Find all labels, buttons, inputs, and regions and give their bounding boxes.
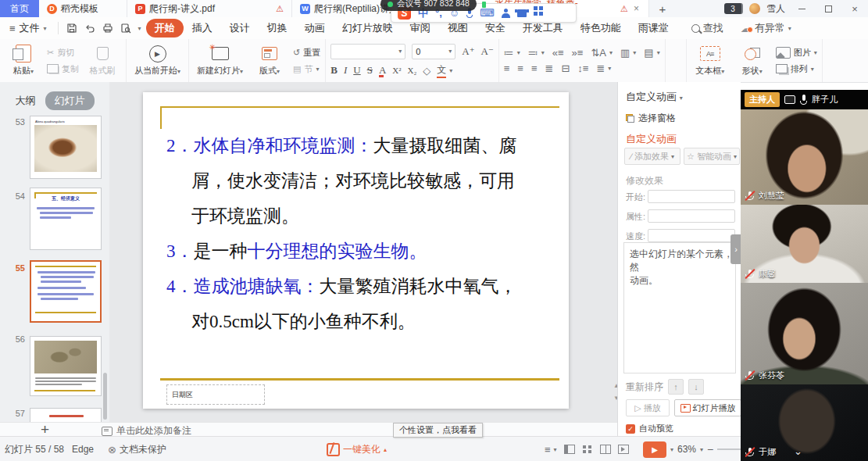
paragraph-spacing-button[interactable]: ≣▾	[596, 63, 611, 74]
ribbon-tab-design[interactable]: 设计	[221, 19, 259, 38]
close-tab-icon[interactable]: ×	[632, 3, 641, 14]
undo-icon[interactable]	[84, 23, 95, 34]
ribbon-tab-features[interactable]: 特色功能	[572, 19, 630, 38]
chevron-down-icon[interactable]: ▾	[138, 25, 141, 32]
pinyin-guide-button[interactable]: 文▾	[437, 63, 452, 78]
text-direction-button[interactable]: ⇅A▾	[591, 47, 613, 59]
document-protection-status[interactable]: ⊗ 文档未保护	[108, 437, 166, 461]
minimize-button[interactable]	[791, 2, 812, 16]
zoom-out-button[interactable]: −	[707, 443, 713, 456]
panel-collapse-button[interactable]: ›	[730, 234, 741, 264]
cut-button[interactable]: ✂剪切	[47, 47, 79, 59]
date-placeholder[interactable]: 日期区	[166, 384, 265, 405]
find-button[interactable]: 查找	[691, 21, 723, 35]
bold-button[interactable]: B	[330, 64, 338, 77]
justify-icon[interactable]: ≣	[545, 63, 554, 74]
slide-thumbnail-57[interactable]	[30, 408, 102, 422]
italic-button[interactable]: I	[344, 64, 347, 77]
underline-button[interactable]: U	[353, 64, 360, 77]
file-menu[interactable]: ≡ 文件 ▾	[0, 21, 55, 35]
participant-video-tile[interactable]: 张芬苓	[741, 283, 868, 384]
ime-account-icon[interactable]	[502, 9, 510, 18]
strikethrough-button[interactable]: S	[367, 64, 373, 77]
numbered-list-button[interactable]: ≕▾	[528, 47, 545, 59]
slideshow-view-button[interactable]	[618, 445, 629, 454]
close-window-button[interactable]: ×	[845, 2, 865, 16]
slide-canvas[interactable]: 2．水体自净和环境监测：大量摄取细菌、腐屑，使水变清洁；对环境比较敏感，可用于环…	[143, 92, 569, 409]
font-family-select[interactable]: ▾	[330, 44, 405, 59]
keyboard-icon[interactable]: ⌨	[480, 7, 495, 19]
chevron-down-icon[interactable]: ▾	[700, 446, 703, 453]
tab-docer[interactable]: D 稻壳模板	[39, 0, 127, 17]
increase-indent-icon[interactable]: »≡	[572, 47, 584, 59]
auto-preview-checkbox[interactable]: ✓ 自动预览	[626, 423, 673, 434]
font-color-button[interactable]: A	[379, 64, 386, 77]
slideshow-play-button[interactable]: 幻灯片播放	[674, 399, 741, 416]
participant-video-tile[interactable]: 刘慧莹	[741, 109, 868, 205]
ribbon-tab-rain-classroom[interactable]: 雨课堂	[630, 19, 677, 38]
align-left-icon[interactable]: ≡	[504, 63, 510, 74]
copy-button[interactable]: 复制	[47, 63, 79, 75]
distribute-icon[interactable]: ⊟	[561, 63, 570, 74]
subscript-button[interactable]: X₂	[408, 66, 417, 75]
add-effect-button[interactable]: ∕添加效果▾	[624, 148, 680, 165]
slide-thumbnail-56[interactable]	[30, 336, 102, 396]
status-menu-button[interactable]: ≡▾	[545, 444, 557, 456]
extension-badge[interactable]: 3	[724, 3, 743, 14]
skin-icon[interactable]	[517, 9, 527, 17]
smart-animation-button[interactable]: ☆智能动画▾	[684, 148, 740, 165]
ribbon-tab-home[interactable]: 开始	[146, 19, 184, 38]
reset-button[interactable]: ↺重置	[293, 47, 320, 59]
save-icon[interactable]	[66, 23, 77, 34]
picture-button[interactable]: 图片▾	[776, 47, 817, 59]
toolbox-grid-icon[interactable]	[534, 6, 538, 10]
host-video-tile[interactable]: 主持人 胖子儿	[741, 90, 868, 109]
slide-thumbnail-55-current[interactable]	[30, 260, 102, 323]
align-right-icon[interactable]: ≡	[531, 63, 538, 74]
participant-video-tile[interactable]: 于娜 ⌄	[741, 384, 868, 461]
normal-view-button[interactable]	[564, 445, 575, 454]
line-spacing-icon[interactable]: ↕≡	[577, 63, 588, 74]
decrease-indent-icon[interactable]: «≡	[552, 47, 564, 59]
participant-video-tile[interactable]: 康馨	[741, 205, 868, 283]
new-slide-button[interactable]: ✳ 新建幻灯片▾	[194, 44, 246, 78]
custom-animation-section-label[interactable]: 自定义动画	[626, 132, 677, 146]
paste-button[interactable]: 粘贴▾	[5, 44, 42, 78]
columns-button[interactable]: ▥▾	[620, 47, 636, 59]
browser-indicator[interactable]: Edge	[72, 437, 94, 461]
slide-thumbnail-54[interactable]: 五、经济意义	[30, 188, 102, 250]
superscript-button[interactable]: X²	[392, 66, 401, 75]
clear-format-icon[interactable]: ◇	[423, 65, 430, 77]
slide-thumbnail-53[interactable]: Alona quadrangularis	[30, 116, 102, 179]
panel-title-dropdown[interactable]: 自定义动画 ▾	[626, 90, 683, 104]
ribbon-tab-insert[interactable]: 插入	[184, 19, 221, 38]
layout-button[interactable]: 版式▾	[251, 44, 288, 78]
restore-button[interactable]	[818, 2, 838, 16]
slide-body-text[interactable]: 2．水体自净和环境监测：大量摄取细菌、腐屑，使水变清洁；对环境比较敏感，可用于环…	[166, 128, 530, 339]
sync-status[interactable]: ☁ 有异常 ▾	[741, 21, 791, 35]
ribbon-tab-animation[interactable]: 动画	[296, 19, 334, 38]
animation-list-box[interactable]: 选中幻灯片的某个元素，然 动画。	[623, 242, 736, 373]
tab-slides[interactable]: 幻灯片	[45, 91, 95, 110]
increase-font-icon[interactable]: A⁺	[462, 45, 474, 58]
text-effects-button[interactable]: ▤▾	[644, 47, 659, 59]
chevron-down-icon[interactable]: ▾	[670, 446, 673, 453]
new-tab-button[interactable]: +	[649, 0, 676, 17]
textbox-button[interactable]: A≡ 文本框▾	[691, 44, 729, 78]
play-from-current-button[interactable]: ▶ 从当前开始▾	[131, 44, 184, 78]
play-button[interactable]: ▷播放	[626, 399, 670, 416]
one-click-beautify-button[interactable]: 一键美化 ▴	[327, 437, 387, 461]
slideshow-play-pill[interactable]: ▶	[643, 441, 666, 458]
tab-pdf-document[interactable]: P 爬行纲-讲义.pdf ⚠	[127, 0, 292, 17]
reading-view-button[interactable]	[600, 445, 611, 454]
bullet-list-button[interactable]: ≔▾	[504, 47, 520, 59]
arrange-button[interactable]: 排列▾	[776, 63, 817, 75]
collapse-chevron-icon[interactable]: ⌄	[794, 445, 802, 457]
user-avatar[interactable]	[749, 3, 760, 14]
zoom-level[interactable]: 63%	[677, 444, 696, 455]
move-up-button[interactable]: ↑	[668, 379, 684, 395]
tab-outline[interactable]: 大纲	[16, 94, 36, 108]
thumbnail-scrollbar[interactable]	[103, 373, 107, 420]
decrease-font-icon[interactable]: A⁻	[481, 45, 494, 58]
property-input[interactable]	[648, 209, 735, 223]
